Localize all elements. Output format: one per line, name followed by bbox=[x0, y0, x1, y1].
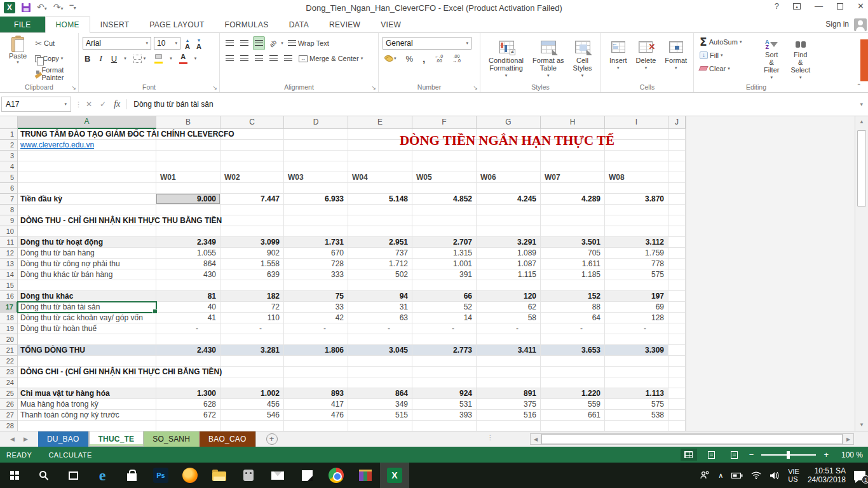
language-indicator[interactable]: VIE US bbox=[788, 468, 799, 483]
cell-I20[interactable] bbox=[605, 334, 668, 345]
new-sheet-button[interactable]: + bbox=[266, 433, 278, 445]
cell-H19[interactable]: - bbox=[541, 323, 605, 334]
cell-G16[interactable]: 120 bbox=[477, 291, 541, 302]
cell-F8[interactable] bbox=[412, 205, 477, 215]
cell-B3[interactable] bbox=[156, 151, 220, 161]
cell-A12[interactable]: Dòng thu từ bán hàng bbox=[18, 248, 156, 259]
cell-E24[interactable] bbox=[348, 377, 412, 388]
cell-F10[interactable] bbox=[412, 226, 477, 237]
cell-B19[interactable]: - bbox=[156, 323, 220, 334]
sheet-tab-bao_cao[interactable]: BAO_CAO bbox=[200, 431, 255, 447]
cell-H6[interactable] bbox=[541, 183, 605, 194]
cell-A9[interactable]: DÒNG THU - CHỈ GHI NHẬN KHI THỰC THU BẰN… bbox=[18, 215, 156, 226]
cell-J17[interactable] bbox=[668, 302, 686, 313]
taskbar-notes[interactable] bbox=[292, 463, 322, 488]
cell-I13[interactable]: 778 bbox=[605, 259, 668, 269]
cell-G6[interactable] bbox=[477, 183, 541, 194]
cell-C9[interactable] bbox=[220, 215, 284, 226]
percent-style-button[interactable]: % bbox=[404, 53, 416, 64]
next-sheet-icon[interactable]: ▶ bbox=[24, 436, 28, 442]
cell-H14[interactable]: 1.185 bbox=[541, 269, 605, 280]
cell-B26[interactable]: 628 bbox=[156, 399, 220, 410]
number-format-combo[interactable]: General▾ bbox=[383, 37, 471, 50]
cell-G23[interactable] bbox=[477, 367, 541, 377]
prev-sheet-icon[interactable]: ◀ bbox=[10, 436, 15, 442]
ribbon-tab-file[interactable]: FILE bbox=[0, 17, 45, 32]
cell-I14[interactable]: 575 bbox=[605, 269, 668, 280]
ribbon-tab-insert[interactable]: INSERT bbox=[90, 17, 140, 32]
cell-B11[interactable]: 2.349 bbox=[156, 237, 220, 248]
cell-H8[interactable] bbox=[541, 205, 605, 215]
cell-D20[interactable] bbox=[284, 334, 348, 345]
cell-F20[interactable] bbox=[412, 334, 477, 345]
ribbon-tab-view[interactable]: VIEW bbox=[370, 17, 411, 32]
fill-color-button[interactable] bbox=[153, 53, 165, 64]
cell-A11[interactable]: Dòng thu từ hoạt động bbox=[18, 237, 156, 248]
cell-G24[interactable] bbox=[477, 377, 541, 388]
cell-G18[interactable]: 58 bbox=[477, 313, 541, 323]
wrap-text-button[interactable]: Wrap Text bbox=[286, 39, 331, 48]
cell-E18[interactable]: 63 bbox=[348, 313, 412, 323]
copy-button[interactable]: Copy ▾ bbox=[33, 51, 65, 66]
cell-D25[interactable]: 893 bbox=[284, 388, 348, 399]
zoom-slider-handle[interactable] bbox=[787, 451, 790, 459]
cell-B27[interactable]: 672 bbox=[156, 410, 220, 421]
conditional-formatting-button[interactable]: ≠ Conditional Formatting▾ bbox=[484, 36, 528, 81]
taskbar-file-explorer[interactable] bbox=[205, 463, 234, 488]
find-select-button[interactable]: Find & Select▾ bbox=[786, 36, 815, 81]
cell-J13[interactable] bbox=[668, 259, 686, 269]
row-header-11[interactable]: 11 bbox=[0, 237, 18, 248]
cell-G5[interactable]: W06 bbox=[477, 172, 541, 183]
cell-F22[interactable] bbox=[412, 356, 477, 367]
row-header-8[interactable]: 8 bbox=[0, 205, 18, 215]
cell-C26[interactable]: 456 bbox=[220, 399, 284, 410]
cell-C28[interactable] bbox=[220, 421, 284, 431]
page-layout-view-button[interactable] bbox=[703, 449, 720, 461]
cell-E16[interactable]: 94 bbox=[348, 291, 412, 302]
zoom-slider[interactable] bbox=[761, 454, 816, 456]
cell-A1[interactable]: TRUNG TÂM ĐÀO TẠO GIÁM ĐỐC TÀI CHÍNH CLE… bbox=[18, 129, 156, 140]
cell-J24[interactable] bbox=[668, 377, 686, 388]
cell-E7[interactable]: 5.148 bbox=[348, 194, 412, 205]
cell-C22[interactable] bbox=[220, 356, 284, 367]
cell-I6[interactable] bbox=[605, 183, 668, 194]
save-icon[interactable] bbox=[22, 3, 31, 12]
cell-E14[interactable]: 502 bbox=[348, 269, 412, 280]
cell-I11[interactable]: 3.112 bbox=[605, 237, 668, 248]
zoom-level[interactable]: 100 % bbox=[835, 451, 863, 459]
bottom-align-button[interactable] bbox=[253, 36, 265, 50]
insert-cells-button[interactable]: Insert▾ bbox=[605, 36, 632, 81]
taskbar-robot[interactable] bbox=[234, 463, 263, 488]
confirm-entry-icon[interactable]: ✓ bbox=[100, 100, 106, 109]
cell-A4[interactable] bbox=[18, 161, 156, 172]
cell-C15[interactable] bbox=[220, 280, 284, 291]
taskbar-task-view[interactable] bbox=[58, 463, 88, 488]
cell-A22[interactable] bbox=[18, 356, 156, 367]
merge-center-button[interactable]: ↔Merge & Center▾ bbox=[297, 54, 365, 63]
bold-button[interactable]: B bbox=[83, 53, 92, 64]
cell-D17[interactable]: 33 bbox=[284, 302, 348, 313]
cell-C20[interactable] bbox=[220, 334, 284, 345]
cell-G12[interactable]: 1.089 bbox=[477, 248, 541, 259]
cell-D10[interactable] bbox=[284, 226, 348, 237]
column-header-H[interactable]: H bbox=[541, 116, 605, 129]
cell-A17[interactable]: Dòng thu từ bán tài sản bbox=[18, 302, 156, 313]
cell-H12[interactable]: 705 bbox=[541, 248, 605, 259]
cell-B7[interactable]: 9.000 bbox=[156, 194, 220, 205]
middle-align-button[interactable] bbox=[238, 36, 250, 50]
paste-button[interactable]: Paste▾ bbox=[4, 36, 32, 81]
cell-B8[interactable] bbox=[156, 205, 220, 215]
cell-I8[interactable] bbox=[605, 205, 668, 215]
cell-C23[interactable] bbox=[220, 367, 284, 377]
cell-F4[interactable] bbox=[412, 161, 477, 172]
cell-C12[interactable]: 902 bbox=[220, 248, 284, 259]
cell-F16[interactable]: 66 bbox=[412, 291, 477, 302]
close-button[interactable]: ✕ bbox=[857, 1, 864, 11]
cell-F9[interactable] bbox=[412, 215, 477, 226]
column-header-D[interactable]: D bbox=[284, 116, 348, 129]
fill-button[interactable]: ↓Fill▾ bbox=[698, 49, 725, 62]
cell-H23[interactable] bbox=[541, 367, 605, 377]
row-header-15[interactable]: 15 bbox=[0, 280, 18, 291]
cell-F2[interactable] bbox=[412, 140, 477, 151]
cell-J2[interactable] bbox=[668, 140, 686, 151]
